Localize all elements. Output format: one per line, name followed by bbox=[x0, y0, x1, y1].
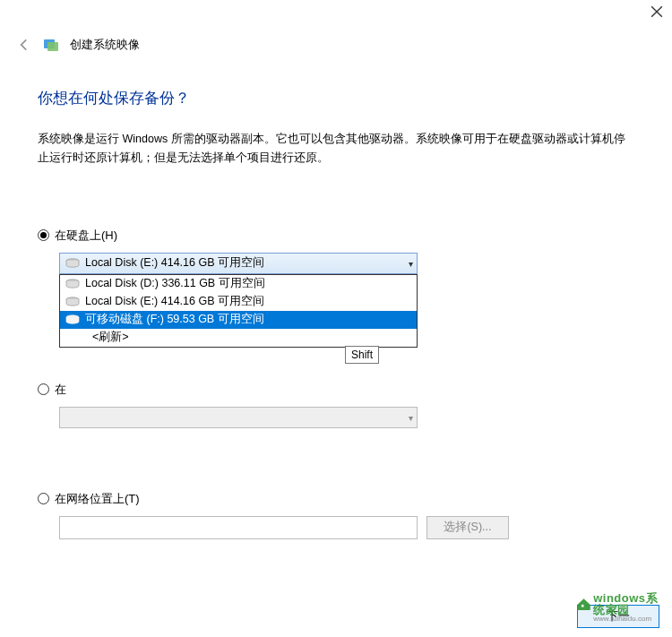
back-arrow-icon[interactable] bbox=[16, 37, 32, 53]
watermark: windows系统家园 www.ruihaidu.com bbox=[576, 592, 659, 623]
dvd-combo: ▾ bbox=[59, 407, 418, 428]
hard-disk-selected: Local Disk (E:) 414.16 GB 可用空间 bbox=[85, 255, 264, 271]
radio-dvd[interactable] bbox=[38, 383, 49, 395]
close-button[interactable] bbox=[650, 5, 663, 18]
network-path-input bbox=[59, 516, 418, 539]
hard-disk-combo[interactable]: Local Disk (E:) 414.16 GB 可用空间 ▾ bbox=[59, 253, 418, 274]
radio-network[interactable] bbox=[38, 493, 49, 504]
option-network: 在网络位置上(T) 选择(S)... bbox=[38, 491, 634, 539]
page-heading: 你想在何处保存备份？ bbox=[38, 88, 634, 108]
hard-disk-dropdown: Local Disk (D:) 336.11 GB 可用空间 Local Dis… bbox=[59, 274, 418, 348]
chevron-down-icon: ▾ bbox=[409, 258, 413, 268]
page-description: 系统映像是运行 Windows 所需的驱动器副本。它也可以包含其他驱动器。系统映… bbox=[38, 130, 634, 168]
svg-rect-8 bbox=[582, 605, 584, 607]
radio-network-label: 在网络位置上(T) bbox=[55, 491, 140, 507]
chevron-down-icon: ▾ bbox=[409, 412, 413, 422]
house-icon bbox=[576, 598, 591, 617]
disk-icon bbox=[65, 258, 80, 269]
key-tooltip: Shift bbox=[345, 346, 379, 364]
disk-icon bbox=[65, 314, 80, 325]
window-title: 创建系统映像 bbox=[70, 37, 140, 53]
disk-icon bbox=[65, 279, 80, 289]
watermark-title: windows系统家园 bbox=[593, 592, 659, 615]
dropdown-item-d[interactable]: Local Disk (D:) 336.11 GB 可用空间 bbox=[60, 275, 417, 293]
svg-rect-3 bbox=[47, 42, 58, 51]
network-select-button: 选择(S)... bbox=[426, 516, 509, 539]
radio-hard-disk[interactable] bbox=[38, 229, 49, 241]
system-image-icon bbox=[43, 37, 59, 53]
dropdown-item-e[interactable]: Local Disk (E:) 414.16 GB 可用空间 bbox=[60, 293, 417, 311]
option-dvd: 在 ▾ bbox=[38, 382, 634, 428]
disk-icon bbox=[65, 297, 80, 307]
wizard-header: 创建系统映像 bbox=[0, 27, 672, 63]
dropdown-item-refresh[interactable]: <刷新> bbox=[60, 329, 417, 347]
radio-dvd-label: 在 bbox=[55, 382, 66, 398]
option-hard-disk: 在硬盘上(H) Local Disk (E:) 414.16 GB 可用空间 ▾… bbox=[38, 228, 634, 274]
radio-hard-disk-label: 在硬盘上(H) bbox=[55, 228, 117, 244]
dropdown-item-f[interactable]: 可移动磁盘 (F:) 59.53 GB 可用空间 bbox=[60, 311, 417, 329]
watermark-url: www.ruihaidu.com bbox=[593, 615, 659, 623]
